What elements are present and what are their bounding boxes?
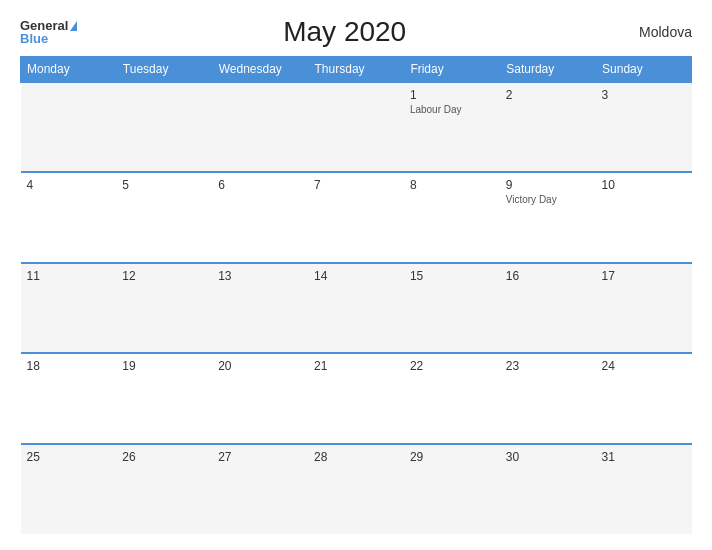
calendar-day-cell: 29 bbox=[404, 444, 500, 534]
calendar-day-cell: 25 bbox=[21, 444, 117, 534]
calendar-day-cell: 1Labour Day bbox=[404, 82, 500, 172]
calendar-day-cell: 22 bbox=[404, 353, 500, 443]
day-number: 24 bbox=[602, 359, 686, 373]
calendar-day-cell: 9Victory Day bbox=[500, 172, 596, 262]
calendar-day-cell: 19 bbox=[116, 353, 212, 443]
calendar-day-cell: 18 bbox=[21, 353, 117, 443]
calendar-week-row: 18192021222324 bbox=[21, 353, 692, 443]
calendar-week-row: 1Labour Day23 bbox=[21, 82, 692, 172]
header-friday: Friday bbox=[404, 57, 500, 83]
day-number: 23 bbox=[506, 359, 590, 373]
header-monday: Monday bbox=[21, 57, 117, 83]
logo: General Blue bbox=[20, 19, 77, 45]
calendar-week-row: 11121314151617 bbox=[21, 263, 692, 353]
calendar-day-cell: 27 bbox=[212, 444, 308, 534]
holiday-name: Victory Day bbox=[506, 194, 590, 205]
calendar-day-cell: 7 bbox=[308, 172, 404, 262]
day-number: 28 bbox=[314, 450, 398, 464]
day-number: 20 bbox=[218, 359, 302, 373]
day-number: 6 bbox=[218, 178, 302, 192]
day-number: 11 bbox=[27, 269, 111, 283]
day-number: 8 bbox=[410, 178, 494, 192]
calendar-week-row: 456789Victory Day10 bbox=[21, 172, 692, 262]
day-number: 18 bbox=[27, 359, 111, 373]
calendar-day-cell: 17 bbox=[596, 263, 692, 353]
day-number: 3 bbox=[602, 88, 686, 102]
day-number: 4 bbox=[27, 178, 111, 192]
calendar-day-cell: 8 bbox=[404, 172, 500, 262]
day-number: 15 bbox=[410, 269, 494, 283]
holiday-name: Labour Day bbox=[410, 104, 494, 115]
day-number: 22 bbox=[410, 359, 494, 373]
day-number: 25 bbox=[27, 450, 111, 464]
weekday-header-row: Monday Tuesday Wednesday Thursday Friday… bbox=[21, 57, 692, 83]
calendar-day-cell bbox=[116, 82, 212, 172]
calendar-day-cell: 28 bbox=[308, 444, 404, 534]
calendar-day-cell bbox=[212, 82, 308, 172]
calendar-day-cell: 5 bbox=[116, 172, 212, 262]
logo-blue-text: Blue bbox=[20, 32, 77, 45]
header-wednesday: Wednesday bbox=[212, 57, 308, 83]
header-tuesday: Tuesday bbox=[116, 57, 212, 83]
header-saturday: Saturday bbox=[500, 57, 596, 83]
day-number: 27 bbox=[218, 450, 302, 464]
calendar-day-cell: 6 bbox=[212, 172, 308, 262]
calendar-day-cell: 21 bbox=[308, 353, 404, 443]
header-thursday: Thursday bbox=[308, 57, 404, 83]
logo-triangle-icon bbox=[70, 21, 77, 31]
calendar-day-cell: 13 bbox=[212, 263, 308, 353]
calendar-day-cell: 15 bbox=[404, 263, 500, 353]
calendar-day-cell: 11 bbox=[21, 263, 117, 353]
calendar-day-cell bbox=[21, 82, 117, 172]
calendar-table: Monday Tuesday Wednesday Thursday Friday… bbox=[20, 56, 692, 534]
calendar-day-cell: 30 bbox=[500, 444, 596, 534]
country-label: Moldova bbox=[612, 24, 692, 40]
day-number: 31 bbox=[602, 450, 686, 464]
calendar-week-row: 25262728293031 bbox=[21, 444, 692, 534]
calendar-header: General Blue May 2020 Moldova bbox=[20, 16, 692, 48]
day-number: 30 bbox=[506, 450, 590, 464]
day-number: 14 bbox=[314, 269, 398, 283]
calendar-day-cell: 26 bbox=[116, 444, 212, 534]
header-sunday: Sunday bbox=[596, 57, 692, 83]
day-number: 29 bbox=[410, 450, 494, 464]
calendar-day-cell: 20 bbox=[212, 353, 308, 443]
day-number: 19 bbox=[122, 359, 206, 373]
calendar-day-cell: 16 bbox=[500, 263, 596, 353]
day-number: 13 bbox=[218, 269, 302, 283]
day-number: 16 bbox=[506, 269, 590, 283]
day-number: 21 bbox=[314, 359, 398, 373]
day-number: 5 bbox=[122, 178, 206, 192]
calendar-day-cell: 24 bbox=[596, 353, 692, 443]
day-number: 10 bbox=[602, 178, 686, 192]
day-number: 12 bbox=[122, 269, 206, 283]
calendar-day-cell: 31 bbox=[596, 444, 692, 534]
calendar-day-cell: 14 bbox=[308, 263, 404, 353]
day-number: 17 bbox=[602, 269, 686, 283]
calendar-day-cell: 4 bbox=[21, 172, 117, 262]
day-number: 26 bbox=[122, 450, 206, 464]
day-number: 1 bbox=[410, 88, 494, 102]
calendar-day-cell: 12 bbox=[116, 263, 212, 353]
calendar-day-cell: 2 bbox=[500, 82, 596, 172]
calendar-day-cell: 23 bbox=[500, 353, 596, 443]
calendar-day-cell bbox=[308, 82, 404, 172]
calendar-day-cell: 3 bbox=[596, 82, 692, 172]
day-number: 7 bbox=[314, 178, 398, 192]
day-number: 2 bbox=[506, 88, 590, 102]
calendar-day-cell: 10 bbox=[596, 172, 692, 262]
day-number: 9 bbox=[506, 178, 590, 192]
calendar-title: May 2020 bbox=[283, 16, 406, 48]
